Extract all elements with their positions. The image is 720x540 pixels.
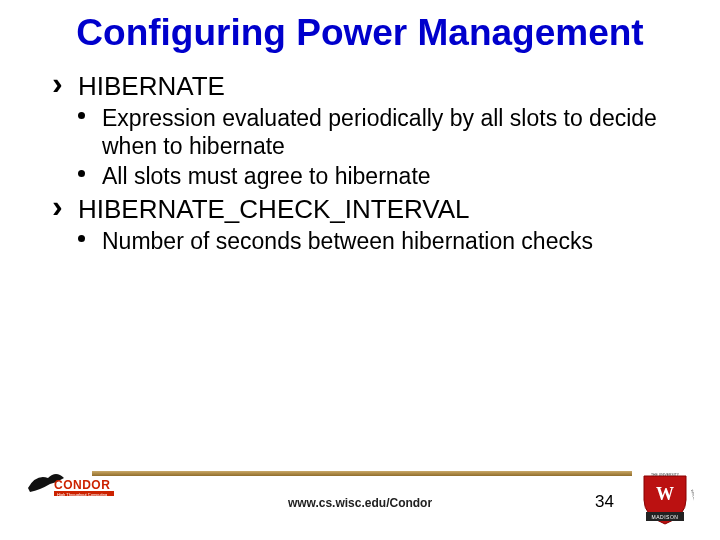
svg-text:High Throughput Computing: High Throughput Computing <box>57 492 107 497</box>
subbullet-text: Expression evaluated periodically by all… <box>102 105 657 159</box>
slide: Configuring Power Management HIBERNATE E… <box>0 0 720 540</box>
svg-text:THE UNIVERSITY: THE UNIVERSITY <box>651 473 680 477</box>
bullet-label: HIBERNATE_CHECK_INTERVAL <box>78 194 470 224</box>
svg-text:CONDOR: CONDOR <box>54 478 110 492</box>
divider-line <box>92 471 632 476</box>
bullet-hibernate: HIBERNATE <box>52 71 680 102</box>
svg-text:MADISON: MADISON <box>652 514 679 520</box>
svg-text:W: W <box>656 484 674 504</box>
page-number: 34 <box>595 492 614 512</box>
subbullet: Number of seconds between hibernation ch… <box>78 227 680 255</box>
bullet-label: HIBERNATE <box>78 71 225 101</box>
bullet-hibernate-check-interval: HIBERNATE_CHECK_INTERVAL <box>52 194 680 225</box>
condor-logo-icon: CONDOR High Throughput Computing <box>26 468 120 500</box>
subbullet: All slots must agree to hibernate <box>78 162 680 190</box>
subbullet-text: Number of seconds between hibernation ch… <box>102 228 593 254</box>
uw-crest-icon: W MADISON THE UNIVERSITY WISCONSIN <box>636 470 694 528</box>
footer-url: www.cs.wisc.edu/Condor <box>288 496 432 510</box>
subbullet-text: All slots must agree to hibernate <box>102 163 431 189</box>
slide-title: Configuring Power Management <box>40 14 680 53</box>
slide-body: HIBERNATE Expression evaluated periodica… <box>40 71 680 255</box>
svg-text:WISCONSIN: WISCONSIN <box>690 489 694 507</box>
subbullet: Expression evaluated periodically by all… <box>78 104 680 160</box>
